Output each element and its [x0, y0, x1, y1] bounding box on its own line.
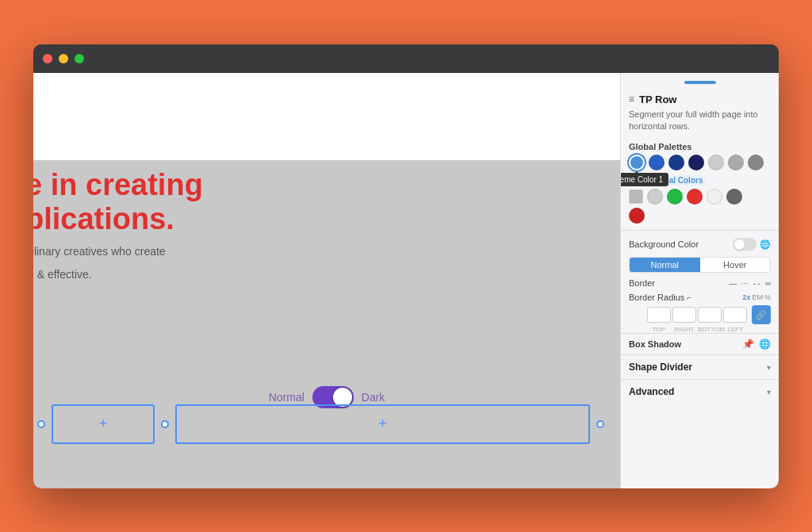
plus-swatch-4[interactable]	[726, 189, 742, 205]
tooltip-bubble: Theme Color 1	[620, 173, 668, 186]
border-dotted-icon[interactable]: ···	[741, 279, 748, 288]
canvas-heading-line1: e in creating	[33, 168, 203, 203]
top-label: TOP	[647, 326, 671, 333]
unit-px[interactable]: 2x	[742, 293, 750, 301]
row-container: + +	[37, 404, 604, 444]
advanced-label: Advanced	[629, 386, 674, 397]
canvas-heading-line2: plications.	[33, 202, 203, 237]
box-shadow-label: Box Shadow	[629, 339, 681, 349]
canvas-text-area: e in creating plications. iplinary creat…	[33, 168, 203, 283]
main-window: e in creating plications. iplinary creat…	[33, 44, 779, 488]
border-double-icon[interactable]: ═	[765, 279, 771, 288]
unit-em[interactable]: EM	[752, 293, 763, 301]
background-color-label: Background Color	[629, 239, 699, 249]
extra-color-row	[621, 208, 779, 227]
bg-color-toggle[interactable]	[733, 238, 756, 251]
globe-icon[interactable]: 🌐	[760, 239, 771, 250]
right-label: RIGHT	[672, 326, 696, 333]
extra-swatch[interactable]	[629, 208, 645, 224]
toggle-small-knob	[734, 239, 745, 250]
divider-1	[621, 230, 779, 231]
border-dashed-icon[interactable]: - -	[753, 279, 760, 288]
palette-swatch-0[interactable]: Theme Color 1	[629, 155, 645, 170]
border-radius-label: Border Radius	[629, 293, 684, 302]
global-palettes-label: Global Palettes	[621, 139, 779, 153]
palette-swatch-6[interactable]	[748, 155, 764, 170]
sidebar-top-bar	[684, 81, 716, 84]
border-radius-icon: ⌐	[687, 293, 691, 302]
shape-divider-chevron: ▾	[767, 363, 771, 372]
hover-tab[interactable]: Hover	[700, 258, 771, 272]
corner-labels: TOP RIGHT BOTTOM LEFT	[621, 326, 779, 333]
border-label: Border	[629, 278, 655, 288]
maximize-button[interactable]	[75, 54, 84, 63]
resize-handle-middle[interactable]	[161, 420, 169, 428]
shape-divider-label: Shape Divider	[629, 362, 692, 373]
corner-inputs-row: 🔗	[621, 304, 779, 326]
border-solid-icon[interactable]: —	[729, 279, 737, 288]
palette-swatch-5[interactable]	[728, 155, 744, 170]
box-shadow-icons: 📌 🌐	[742, 339, 771, 350]
border-radius-row: Border Radius ⌐ 2x EM %	[621, 291, 779, 304]
row-box-large[interactable]: +	[175, 404, 590, 444]
plus-swatch-2[interactable]	[687, 189, 703, 205]
row-box-small[interactable]: +	[52, 404, 155, 444]
border-row: Border — ··· - - ═	[621, 275, 779, 291]
canvas-subtext-line1: iplinary creatives who create	[33, 243, 203, 260]
sidebar-section-header: ≡ TP Row	[621, 89, 779, 107]
sidebar-title: TP Row	[639, 94, 676, 105]
minimize-button[interactable]	[59, 54, 68, 63]
toggle-normal-label: Normal	[269, 391, 304, 404]
palette-swatch-1[interactable]	[649, 155, 665, 170]
unit-tabs: 2x EM %	[742, 293, 771, 301]
border-style-options: — ··· - - ═	[729, 279, 771, 288]
box-shadow-globe-icon[interactable]: 🌐	[759, 339, 771, 350]
left-radius-input[interactable]	[723, 307, 747, 323]
close-button[interactable]	[43, 54, 52, 63]
sidebar: ≡ TP Row Segment your full width page in…	[620, 73, 779, 488]
titlebar	[33, 44, 779, 73]
window-body: e in creating plications. iplinary creat…	[33, 73, 779, 488]
plus-swatch-3[interactable]	[707, 189, 722, 205]
sidebar-description: Segment your full width page into horizo…	[621, 107, 779, 140]
normal-tab[interactable]: Normal	[630, 258, 700, 272]
plus-swatch-1[interactable]	[667, 189, 683, 205]
canvas-top-white	[33, 73, 620, 160]
box-shadow-row[interactable]: Box Shadow 📌 🌐	[621, 333, 779, 354]
toggle-dark-label: Dark	[362, 391, 385, 404]
link-corners-icon[interactable]: 🔗	[752, 305, 771, 324]
unit-percent[interactable]: %	[764, 293, 771, 301]
bottom-label: BOTTOM	[698, 326, 722, 333]
plus-colors-row	[621, 187, 779, 208]
palette-swatch-4[interactable]	[708, 155, 724, 170]
canvas-area: e in creating plications. iplinary creat…	[33, 73, 620, 488]
resize-handle-right[interactable]	[596, 420, 604, 428]
bottom-radius-input[interactable]	[698, 307, 722, 323]
plus-swatch-0[interactable]	[647, 189, 663, 205]
top-radius-input[interactable]	[647, 307, 671, 323]
advanced-chevron: ▾	[767, 388, 771, 396]
pin-icon[interactable]: 📌	[742, 339, 754, 350]
shape-divider-section[interactable]: Shape Divider ▾	[621, 354, 779, 379]
bg-square-swatch[interactable]	[629, 189, 643, 204]
add-icon-small: +	[99, 415, 108, 432]
advanced-section[interactable]: Advanced ▾	[621, 379, 779, 404]
palette-swatch-2[interactable]	[668, 155, 684, 170]
resize-handle-left[interactable]	[37, 420, 45, 428]
background-color-row: Background Color 🌐	[621, 234, 779, 255]
menu-icon: ≡	[629, 94, 634, 105]
global-palettes-row: Theme Color 1	[621, 153, 779, 174]
mode-tabs: Normal Hover	[629, 257, 771, 273]
right-radius-input[interactable]	[672, 307, 696, 323]
left-label: LEFT	[723, 326, 747, 333]
canvas-subtext-line2: ul & effective.	[33, 266, 203, 283]
palette-swatch-3[interactable]	[688, 155, 704, 170]
add-icon-large: +	[378, 415, 387, 432]
